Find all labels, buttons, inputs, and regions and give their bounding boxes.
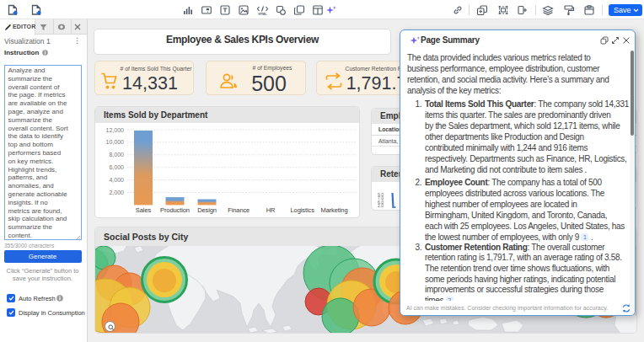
svg-text:HTML: HTML [259,13,268,16]
svg-text:Production: Production [160,206,190,214]
svg-text:4,000: 4,000 [109,177,124,183]
svg-text:Marketing: Marketing [320,206,347,214]
svg-text:6,000: 6,000 [109,164,124,170]
svg-text:Logistics: Logistics [291,206,315,214]
svg-text:HR: HR [266,206,276,214]
svg-text:8,000: 8,000 [109,152,124,158]
svg-text:Finance: Finance [228,206,250,214]
svg-text:2,000: 2,000 [109,190,124,195]
svg-text:12,000: 12,000 [106,127,125,133]
svg-text:10,000: 10,000 [106,139,125,145]
svg-text:Design: Design [197,206,217,214]
svg-text:Sales: Sales [136,206,152,214]
